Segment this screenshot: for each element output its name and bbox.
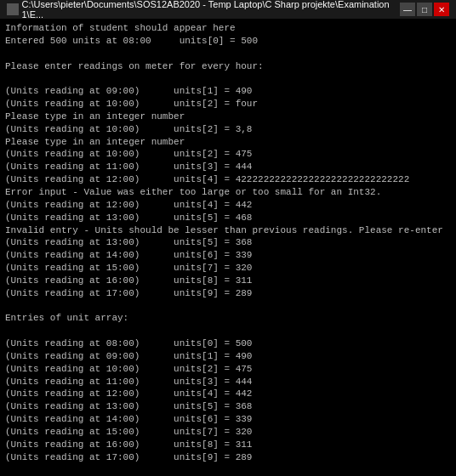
- console-output: Information of student should appear her…: [0, 19, 456, 476]
- close-button[interactable]: ✕: [434, 3, 449, 16]
- maximize-button[interactable]: □: [417, 3, 432, 16]
- app-icon: [7, 3, 19, 15]
- minimize-button[interactable]: —: [400, 3, 415, 16]
- window-title: C:\Users\pieter\Documents\SOS12AB2020 - …: [22, 0, 401, 20]
- title-bar: C:\Users\pieter\Documents\SOS12AB2020 - …: [0, 0, 456, 19]
- window-controls: — □ ✕: [400, 3, 449, 16]
